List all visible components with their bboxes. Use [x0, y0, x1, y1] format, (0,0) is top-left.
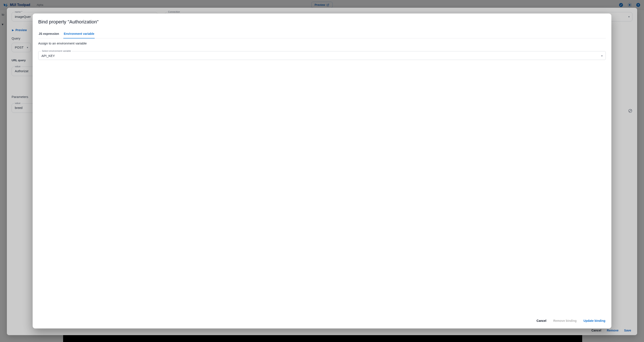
no-binding-icon[interactable]	[628, 109, 632, 113]
http-method-value: POST	[15, 46, 24, 49]
http-method-select[interactable]: POST ▾	[12, 43, 31, 52]
url-query-field-value: Authorizat	[15, 69, 34, 73]
dialog-title: Bind property "Authorization"	[38, 19, 606, 25]
query-name-label: name *	[14, 11, 23, 13]
panel-save-button[interactable]: Save	[624, 329, 631, 332]
parameter-field-value: breed	[15, 106, 34, 110]
panel-remove-button[interactable]: Remove	[607, 329, 618, 332]
dialog-cancel-button[interactable]: Cancel	[536, 318, 547, 324]
env-variable-select[interactable]: Select environment variable API_KEY ▾	[38, 51, 606, 60]
caret-down-icon: ▾	[27, 46, 28, 49]
env-variable-select-label: Select environment variable	[41, 50, 72, 52]
preview-run-label: Preview	[16, 28, 27, 32]
url-query-field-label: value	[14, 65, 21, 68]
dialog-tabs: JS expression Environment variable	[38, 30, 606, 39]
parameter-field-label: value	[14, 102, 21, 104]
tab-js-expression[interactable]: JS expression	[38, 30, 60, 39]
caret-down-icon: ▾	[628, 15, 630, 18]
connection-label: Connection	[167, 11, 181, 13]
dialog-remove-binding-button[interactable]: Remove binding	[553, 318, 577, 324]
preview-run-button[interactable]: ▶ Preview	[12, 28, 27, 33]
dialog-subtitle: Assign to an environment variable	[38, 42, 606, 45]
bind-property-dialog: Bind property "Authorization" JS express…	[33, 14, 611, 328]
env-variable-select-value: API_KEY	[42, 54, 55, 58]
panel-cancel-button[interactable]: Cancel	[592, 329, 601, 332]
svg-line-13	[629, 110, 632, 112]
panel-footer: Cancel Remove Save	[7, 329, 637, 332]
dialog-update-binding-button[interactable]: Update binding	[583, 318, 606, 324]
play-icon: ▶	[12, 29, 14, 32]
caret-down-icon: ▾	[601, 54, 602, 57]
dialog-footer: Cancel Remove binding Update binding	[38, 318, 606, 324]
tab-environment-variable[interactable]: Environment variable	[63, 30, 95, 39]
